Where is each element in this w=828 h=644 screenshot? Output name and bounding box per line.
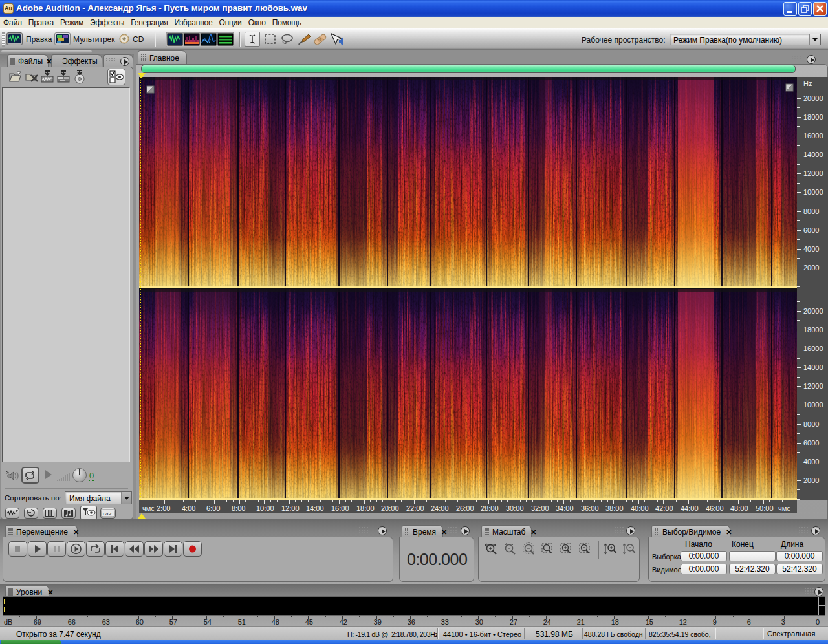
svg-text:ca>: ca> <box>103 511 111 517</box>
